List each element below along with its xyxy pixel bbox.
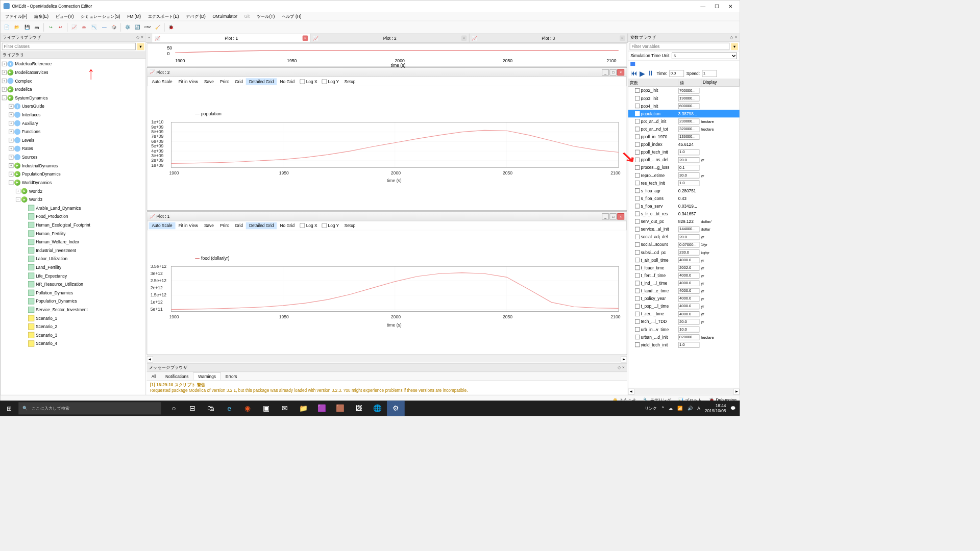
tree-node[interactable]: Human_Fertility	[1, 229, 146, 238]
plot-tool-button[interactable]: Detailed Grid	[246, 78, 277, 85]
menu-item[interactable]: FMI(M)	[124, 13, 144, 20]
start-button[interactable]: ⊞	[0, 400, 18, 416]
tree-node[interactable]: NR_Resource_Utilization	[1, 280, 146, 289]
close-pane-icon[interactable]: ×	[622, 365, 625, 370]
tree-node[interactable]: -World3	[1, 195, 146, 204]
ubuntu-icon[interactable]: ◉	[239, 400, 257, 416]
variable-list[interactable]: pop2_init700000...pop3_init190000...pop4…	[628, 87, 740, 388]
explorer-icon[interactable]: 📁	[295, 400, 312, 416]
tree-node[interactable]: +Complex	[1, 77, 146, 85]
overview-plot[interactable]: 50 0 1900 1950 2000 2050 2100 time (s)	[147, 43, 627, 66]
close-tab-icon[interactable]: ×	[303, 35, 308, 41]
tree-node[interactable]: +Modelica	[1, 85, 146, 94]
menu-item[interactable]: ファイル(F)	[2, 12, 31, 20]
max-plot-button[interactable]: □	[609, 213, 617, 219]
plot-check[interactable]: Log X	[298, 223, 320, 228]
expand-filter-icon[interactable]: ▼	[731, 43, 738, 50]
plot1-canvas[interactable]: — food (dollar/yr) 3.5e+123e+122.5e+122e…	[147, 230, 626, 354]
variable-row[interactable]: ppoll_index45.6124	[628, 141, 740, 148]
variable-row[interactable]: s_fr_c...bt_res0.341657	[628, 210, 740, 217]
menu-item[interactable]: エクスポート(E)	[145, 12, 182, 20]
tree-node[interactable]: +Rates	[1, 144, 146, 153]
variable-row[interactable]: t_ind_...l_time4000.0yr	[628, 279, 740, 287]
variable-row[interactable]: yield_tech_init1.0	[628, 341, 740, 348]
min-plot-button[interactable]: _	[602, 69, 609, 76]
tree-node[interactable]: Scenario_3	[1, 331, 146, 340]
plot-parray-icon[interactable]: 〰	[100, 23, 109, 32]
plot-tool-button[interactable]: Fit in View	[176, 222, 201, 229]
plot-tool-button[interactable]: Grid	[232, 222, 246, 229]
new-icon[interactable]: 📄	[3, 23, 11, 32]
variable-row[interactable]: urban_...d_init820000...hectare	[628, 333, 740, 341]
variable-row[interactable]: t_fcaor_time2002.0yr	[628, 264, 740, 271]
anim-icon[interactable]: 🎲	[110, 23, 118, 32]
plot-check[interactable]: Log X	[298, 79, 320, 84]
menu-item[interactable]: ビュー(V)	[52, 12, 77, 20]
play-icon[interactable]: ▶	[640, 69, 645, 78]
app-icon-1[interactable]: 🟪	[313, 400, 331, 416]
cortana-icon[interactable]: ○	[165, 400, 183, 416]
plot-tab[interactable]: 📈Plot : 1×	[152, 34, 311, 42]
close-tab-icon[interactable]: ×	[461, 35, 467, 41]
variable-row[interactable]: urb_in...v_time10.0	[628, 325, 740, 333]
msg-tab[interactable]: All	[147, 372, 161, 380]
resim-icon[interactable]: 🔄	[133, 23, 142, 32]
tree-node[interactable]: Population_Dynamics	[1, 297, 146, 306]
variable-row[interactable]: t_pop_...l_time4000.0yr	[628, 303, 740, 310]
plot-line-icon[interactable]: 📈	[70, 23, 79, 32]
plot-check[interactable]: Log Y	[320, 79, 341, 84]
save-icon[interactable]: 💾	[23, 23, 32, 32]
library-tree[interactable]: +ModelicaReference+ModelicaServices+Comp…	[1, 59, 146, 395]
close-plot-button[interactable]: ×	[618, 213, 625, 219]
plot2-canvas[interactable]: — population 1e+109e+098e+097e+096e+095e…	[147, 86, 626, 210]
plot-tool-button[interactable]: Grid	[232, 78, 246, 85]
tree-node[interactable]: +Auxiliary	[1, 119, 146, 128]
tree-node[interactable]: Arable_Land_Dynamics	[1, 204, 146, 212]
plot-tool-button[interactable]: No Grid	[277, 78, 298, 85]
edge-icon[interactable]: e	[220, 400, 238, 416]
plot-setup-button[interactable]: Setup	[341, 78, 359, 85]
tree-node[interactable]: Scenario_2	[1, 322, 146, 331]
menu-item[interactable]: Git	[241, 13, 253, 20]
variable-row[interactable]: service...al_init144000...dollar	[628, 226, 740, 233]
close-plot-button[interactable]: ×	[618, 69, 625, 76]
close-pane-icon[interactable]: ×	[734, 35, 737, 40]
close-pane-icon[interactable]: ×	[141, 35, 143, 40]
app-icon-3[interactable]: 🖼	[350, 400, 368, 416]
variable-row[interactable]: ppoll_tech_init1.0	[628, 148, 740, 156]
variable-row[interactable]: pop3_init190000...	[628, 94, 740, 102]
tree-node[interactable]: +Interfaces	[1, 111, 146, 119]
plot-check[interactable]: Log Y	[320, 223, 341, 228]
omedit-task-icon[interactable]: ⚙	[387, 400, 405, 416]
hscrollbar[interactable]: ◀▶	[147, 356, 627, 363]
min-plot-button[interactable]: _	[602, 213, 609, 219]
variable-row[interactable]: t_land...e_time4000.0yr	[628, 287, 740, 294]
sim-slider[interactable]	[628, 61, 740, 68]
variable-row[interactable]: s_fioa_agr0.280751	[628, 187, 740, 194]
tree-node[interactable]: +Levels	[1, 136, 146, 145]
app-icon-2[interactable]: 🟫	[331, 400, 349, 416]
plot-tab[interactable]: 📈Plot : 3×	[469, 34, 628, 42]
plot-tool-button[interactable]: Print	[217, 222, 232, 229]
tray-cloud-icon[interactable]: ☁	[669, 406, 673, 411]
var-hdr-unit[interactable]: Display	[701, 79, 740, 86]
undo-icon[interactable]: ↪	[46, 23, 55, 32]
variable-row[interactable]: res_tech_init1.0	[628, 179, 740, 187]
tree-node[interactable]: Food_Production	[1, 212, 146, 221]
tree-node[interactable]: Pollution_Dynamics	[1, 288, 146, 297]
tree-node[interactable]: Life_Expectancy	[1, 271, 146, 280]
msg-tab[interactable]: Errors	[221, 372, 242, 380]
variable-row[interactable]: repro...etime30.0yr	[628, 171, 740, 179]
variable-row[interactable]: s_fioa_cons0.43	[628, 194, 740, 202]
tree-node[interactable]: +IndustrialDynamics	[1, 161, 146, 170]
variable-row[interactable]: social...scount0.07000...1/yr	[628, 241, 740, 248]
undock-icon[interactable]: ◇	[730, 35, 733, 40]
variable-row[interactable]: t_fert...f_time4000.0yr	[628, 271, 740, 279]
debug-icon[interactable]: 🐞	[167, 23, 176, 32]
menu-item[interactable]: 編集(E)	[31, 12, 52, 20]
msg-tab[interactable]: Notifications	[161, 372, 193, 380]
menu-item[interactable]: ヘルプ (H)	[279, 12, 305, 20]
undock-icon[interactable]: ◇	[136, 35, 139, 40]
var-hdr-name[interactable]: 変数	[628, 79, 678, 86]
close-button[interactable]: ✕	[727, 3, 734, 10]
